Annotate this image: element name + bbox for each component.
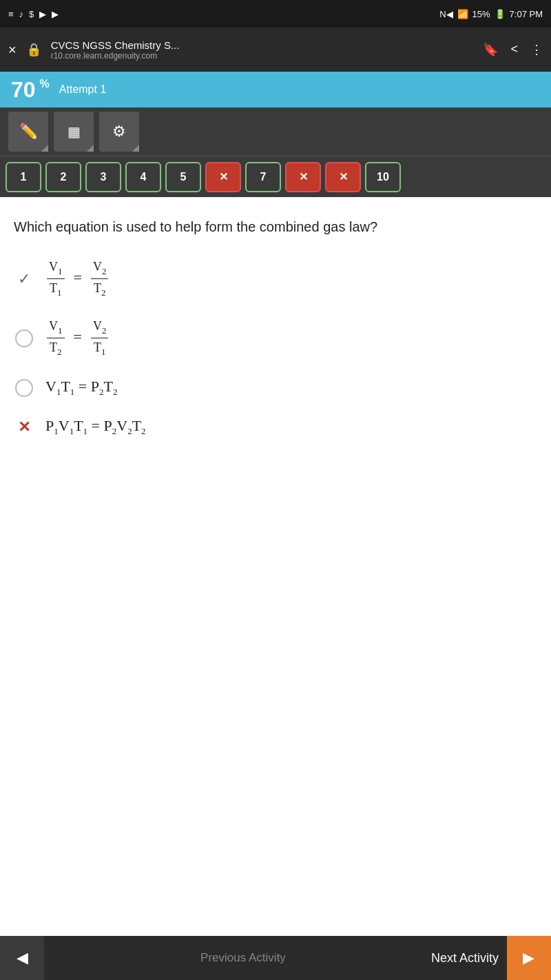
battery-level: 15% (472, 9, 490, 19)
signal-bars: 📶 (457, 9, 468, 19)
score-bar: 70 % Attempt 1 (0, 72, 551, 108)
battery-icon: 🔋 (495, 9, 506, 19)
answer-indicator-d: ✕ (14, 418, 34, 436)
question-num-8[interactable]: ✕ (285, 162, 321, 192)
question-number-row: 1 2 3 4 5 ✕ 7 ✕ ✕ 10 (0, 156, 551, 197)
content-spacer (0, 817, 551, 941)
tools-bar: ✏️ ▦ ⚙ (0, 108, 551, 156)
share-icon[interactable]: < (510, 42, 518, 57)
next-activity-label: Next Activity (431, 951, 507, 966)
answer-indicator-b (14, 329, 34, 347)
browser-url: r10.core.learn.edgenuity.com (51, 51, 474, 61)
menu-icon: ≡ (8, 9, 14, 19)
calculator-icon: ▦ (67, 123, 81, 140)
x-mark-icon: ✕ (18, 418, 30, 436)
science-icon: ⚙ (112, 123, 126, 141)
play-icon-2: ▶ (52, 9, 59, 19)
formula-b: V1 T2 = V2 T1 (45, 318, 110, 358)
attempt-label: Attempt 1 (59, 83, 106, 96)
music-icon: ♪ (19, 9, 24, 19)
science-tool-button[interactable]: ⚙ (99, 112, 139, 152)
next-nav-button[interactable]: ▶ (507, 936, 551, 980)
answer-indicator-c (14, 379, 34, 397)
question-content: Which equation is used to help form the … (0, 197, 551, 817)
checkmark-icon: ✓ (18, 270, 30, 288)
browser-action-icons: 🔖 < ⋮ (483, 42, 543, 57)
question-num-7[interactable]: 7 (245, 162, 281, 192)
question-num-9[interactable]: ✕ (325, 162, 361, 192)
answer-indicator-a: ✓ (14, 270, 34, 288)
pencil-icon: ✏️ (19, 123, 38, 141)
calculator-tool-button[interactable]: ▦ (54, 112, 94, 152)
radio-circle-b (15, 329, 33, 347)
bottom-navigation: ◀ Previous Activity Next Activity ▶ (0, 936, 551, 980)
prev-nav-button[interactable]: ◀ (0, 936, 44, 980)
bookmark-icon[interactable]: 🔖 (483, 42, 498, 57)
network-icon: N◀ (439, 9, 453, 19)
lock-icon: 🔒 (26, 42, 41, 57)
radio-circle-c (15, 379, 33, 397)
answer-option-d[interactable]: ✕ P1V1T1 = P2V2T2 (14, 417, 537, 437)
question-num-2[interactable]: 2 (45, 162, 81, 192)
more-options-icon[interactable]: ⋮ (530, 42, 543, 57)
status-bar: ≡ ♪ $ ▶ ▶ N◀ 📶 15% 🔋 7:07 PM (0, 0, 551, 28)
question-num-1[interactable]: 1 (6, 162, 41, 192)
formula-d: P1V1T1 = P2V2T2 (45, 417, 146, 437)
score-value: 70 (11, 77, 36, 103)
answer-option-c[interactable]: V1T1 = P2T2 (14, 378, 537, 398)
next-arrow-icon: ▶ (523, 949, 534, 967)
answer-option-b[interactable]: V1 T2 = V2 T1 (14, 318, 537, 358)
question-num-5[interactable]: 5 (165, 162, 201, 192)
browser-close-button[interactable]: × (8, 42, 17, 58)
question-text: Which equation is used to help form the … (14, 216, 537, 237)
prev-activity-label: Previous Activity (189, 951, 286, 965)
score-superscript: % (40, 78, 50, 90)
play-icon-1: ▶ (39, 9, 46, 19)
question-num-10[interactable]: 10 (365, 162, 401, 192)
answer-option-a[interactable]: ✓ V1 T1 = V2 T2 (14, 259, 537, 299)
browser-title: CVCS NGSS Chemistry S... (51, 39, 474, 51)
formula-c: V1T1 = P2T2 (45, 378, 117, 398)
question-num-6[interactable]: ✕ (205, 162, 241, 192)
browser-toolbar: × 🔒 CVCS NGSS Chemistry S... r10.core.le… (0, 28, 551, 72)
question-num-3[interactable]: 3 (85, 162, 121, 192)
formula-a: V1 T1 = V2 T2 (45, 259, 110, 299)
browser-url-block: CVCS NGSS Chemistry S... r10.core.learn.… (51, 39, 474, 61)
question-num-4[interactable]: 4 (125, 162, 161, 192)
status-left-icons: ≡ ♪ $ ▶ ▶ (8, 9, 59, 19)
time-display: 7:07 PM (510, 9, 543, 19)
status-right-info: N◀ 📶 15% 🔋 7:07 PM (439, 9, 543, 19)
prev-arrow-icon: ◀ (17, 949, 28, 967)
dollar-icon: $ (29, 9, 34, 19)
next-nav-area: Next Activity ▶ (431, 936, 551, 980)
pencil-tool-button[interactable]: ✏️ (8, 112, 48, 152)
